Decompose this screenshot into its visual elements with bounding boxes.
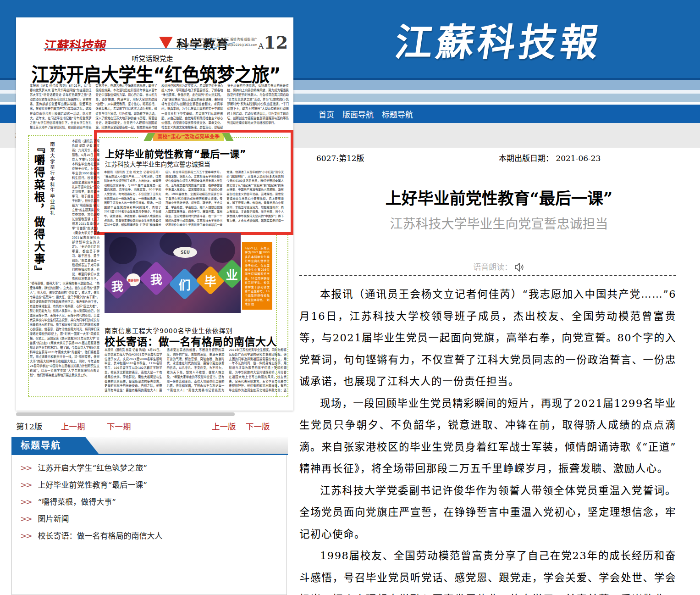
title-nav-item[interactable]: >>上好毕业前党性教育“最后一课”: [12, 477, 287, 494]
feature-subhead: 江苏科技大学毕业生向党宣誓忠诚担当: [105, 159, 210, 168]
newspaper-contact-line: 新闻热线:025-84507304 E-mail:jskjb2019@163.c…: [167, 42, 257, 48]
nuist-body: 本报讯（通讯员 林雯 记者 陶韬）6月19日，南京信息工程大学召开2021年毕业…: [105, 348, 287, 395]
title-nav-header-bar: 标题导航: [11, 437, 288, 455]
ribbon-dots-left: [99, 137, 138, 138]
article-divider: [299, 275, 676, 276]
next-issue-link[interactable]: 下一期: [107, 420, 131, 432]
article-paragraph: 本报讯（通讯员王会杨文立记者何佳芮）“我志愿加入中国共产党……”6月16日，江苏…: [299, 284, 676, 393]
horizontal-scrollbar[interactable]: [16, 412, 235, 416]
dotted-border-left: [28, 135, 29, 397]
title-nav-item[interactable]: >>校长寄语：做一名有格局的南信大人: [12, 528, 287, 545]
article-paragraph: 1998届校友、全国劳动模范曾富贵分享了自己在党23年的成长经历和奋斗感悟，号召…: [299, 545, 676, 595]
tts-label: 语音朗读：: [473, 262, 512, 272]
newspaper-brand: 江蘇科技報: [43, 36, 107, 54]
newspaper-date-line: 2021年6月23日 星期三 编辑:陶韬 组版:张广: [167, 37, 257, 42]
tts-row: 语音朗读：: [298, 261, 700, 272]
newspaper-page-number: A12: [258, 32, 288, 53]
highlighted-article-box[interactable]: 高校“走心”活动点亮毕业季 上好毕业前党性教育“最后一课” 江苏科技大学毕业生向…: [94, 130, 293, 235]
ribbon-text: 高校“走心”活动点亮毕业季: [153, 133, 224, 141]
lead-body: 本报讯（记者 何佳芮 陶韬）6月21日，以“青春向党筑梦未来 百年风华再创辉煌”…: [30, 83, 289, 130]
dotted-border-top: [28, 135, 92, 136]
nuist-headline: 校长寄语：做一名有格局的南信大人: [105, 333, 277, 349]
issue-pub-date: 本期出版日期： 2021-06-23: [499, 152, 601, 163]
nju-article: 『嚼得菜根，做得大事』 南京大学举行本科生毕业典礼 本报讯（通讯员 齐琦 仇颖 …: [30, 139, 99, 397]
next-page-link[interactable]: 下一版: [246, 420, 270, 432]
photo-blob: [109, 237, 137, 264]
title-nav-list: >>江苏开启大学生“红色筑梦之旅” >>上好毕业前党性教育“最后一课” >>“嚼…: [11, 455, 287, 595]
feature-body: 本报讯（通讯员 王会 杨文立 记者何佳芮）“我志愿加入中国共产党……”6月16日…: [104, 170, 284, 229]
pager-current-edition: 第12版: [16, 420, 42, 432]
double-chevron-icon: >>: [20, 497, 32, 506]
speaker-icon[interactable]: [515, 263, 525, 272]
title-nav-item[interactable]: >>江苏开启大学生“红色筑梦之旅”: [12, 460, 287, 477]
prev-page-link[interactable]: 上一版: [212, 420, 236, 432]
feature-ribbon: 高校“走心”活动点亮毕业季: [146, 133, 231, 141]
nju-vertical-title: 『嚼得菜根，做得大事』: [31, 142, 47, 279]
newspaper-dateline: 2021年6月23日 星期三 编辑:陶韬 组版:张广 新闻热线:025-8450…: [167, 37, 257, 48]
feature-headline: 上好毕业前党性教育“最后一课”: [105, 146, 246, 160]
article-body: 本报讯（通讯员王会杨文立记者何佳芮）“我志愿加入中国共产党……”6月16日，江苏…: [299, 284, 676, 595]
issue-edition: 6027:第12版: [316, 152, 364, 163]
title-nav-item[interactable]: >>“嚼得菜根，做得大事”: [12, 494, 287, 511]
photo-blob: [210, 238, 235, 263]
double-chevron-icon: >>: [20, 463, 32, 473]
double-chevron-icon: >>: [20, 514, 32, 523]
newspaper-page-image[interactable]: 江蘇科技報 科学教育 2021年6月23日 星期三 编辑:陶韬 组版:张广 新闻…: [16, 17, 293, 411]
nav-item-page-nav[interactable]: 版面导航: [342, 108, 374, 120]
article-paragraph: 现场，一段回顾毕业生党员精彩瞬间的短片，再现了2021届1299名毕业生党员只争…: [299, 393, 676, 480]
title-nav-header: 标题导航: [11, 437, 99, 454]
photo-caption: 6月21日，东南大学为2021届3000多名本科毕业生举行毕业典礼暨学位授予仪式…: [242, 242, 272, 310]
double-chevron-icon: >>: [20, 531, 32, 540]
photo-sign-seu: SEU: [173, 247, 197, 258]
article-subtitle: 江苏科技大学毕业生向党宣誓忠诚担当: [298, 214, 700, 232]
nju-vertical-kicker: 南京大学举行本科生毕业典礼: [49, 142, 56, 220]
double-chevron-icon: >>: [20, 480, 32, 489]
graduates-photo: SEU 感谢老师 我 我 们 毕 业: [105, 233, 241, 313]
site-masthead: 江蘇科技報: [294, 12, 700, 67]
nav-item-title-nav[interactable]: 标题导航: [382, 108, 413, 120]
article-paragraph: 江苏科技大学党委副书记许俊华作为领誓人带领全体党员重温入党誓词。全场党员面向党旗…: [299, 480, 676, 545]
title-nav-item[interactable]: >>图片新闻: [12, 511, 287, 528]
article-title: 上好毕业前党性教育“最后一课”: [298, 185, 700, 209]
prev-issue-link[interactable]: 上一期: [61, 420, 85, 432]
masthead-rule: [44, 48, 217, 49]
nav-item-home[interactable]: 首页: [319, 108, 334, 120]
nju-title-block: 『嚼得菜根，做得大事』 南京大学举行本科生毕业典礼: [30, 139, 72, 281]
photo-sign-diamond: 我: [105, 271, 132, 300]
